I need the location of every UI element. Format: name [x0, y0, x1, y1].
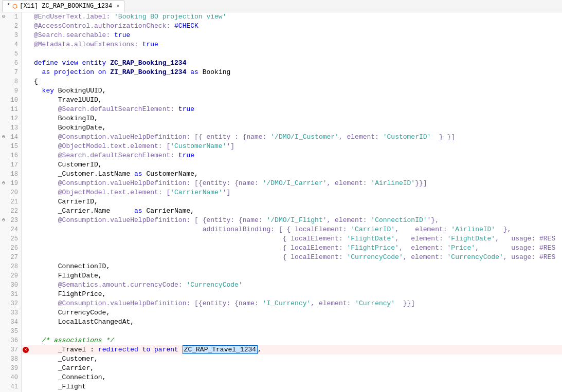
plain-segment: CurrencyCode, [34, 309, 110, 316]
code-line: 41 _Flight [0, 382, 562, 391]
error-indicator [22, 253, 30, 262]
annotation-segment: @Search.defaultSearchElement: [34, 105, 178, 113]
line-number: 38 [7, 354, 18, 364]
annotation-segment: , usage: #RES [495, 235, 555, 242]
code-line: 3@Search.searchable: true [0, 31, 562, 40]
annotation-segment: '] [226, 142, 234, 150]
string-segment: 'FlightDate' [447, 235, 496, 242]
code-line: 39 _Carrier, [0, 364, 562, 373]
annotation-segment: @Consumption.valueHelpDefinition: [ {ent… [34, 216, 266, 224]
code-content: define view entity ZC_RAP_Booking_1234 [30, 59, 562, 68]
error-indicator [22, 299, 30, 308]
code-content: key BookingUUID, [30, 86, 562, 96]
error-indicator [22, 86, 30, 96]
keyword-segment: redirected to parent [98, 346, 183, 353]
code-line: 15 @ObjectModel.text.element: ['Customer… [0, 142, 562, 151]
code-line: 5 [0, 49, 562, 59]
code-content: CurrencyCode, [30, 308, 562, 318]
line-gutter: 8 [0, 77, 22, 86]
plain-segment: Booking [203, 68, 231, 76]
line-gutter: 41 [0, 382, 22, 391]
annotation-segment: @ObjectModel.text.element: [ [34, 142, 170, 150]
line-gutter: 27 [0, 253, 22, 262]
code-content: @Semantics.amount.currencyCode: 'Currenc… [30, 281, 562, 290]
code-content: FlightPrice, [30, 290, 562, 299]
line-number: 11 [7, 105, 18, 114]
error-indicator [22, 197, 30, 207]
line-gutter: 37 [0, 345, 22, 354]
code-line: 32 @Consumption.valueHelpDefinition: [{e… [0, 299, 562, 308]
annotation-segment: , element: [399, 244, 447, 252]
annotation-segment: '}, [427, 216, 439, 224]
annotation-segment: , element: [395, 235, 447, 242]
line-gutter: 10 [0, 96, 22, 105]
annotation-segment: , usage: #RES [503, 253, 555, 261]
string-segment: 'AirlineID' [371, 179, 415, 187]
code-content: CustomerID, [30, 160, 562, 170]
code-content: BookingID, [30, 114, 562, 123]
plain-segment: _Connection, [34, 374, 106, 381]
hash-segment: #CHECK [174, 22, 198, 30]
line-number: 14 [7, 133, 18, 142]
tab-close-button[interactable]: × [116, 3, 120, 9]
code-line: 10 TravelUUID, [0, 96, 562, 105]
code-line: ⊖14 @Consumption.valueHelpDefinition: [{… [0, 133, 562, 142]
fold-indicator[interactable]: ⊖ [1, 179, 7, 188]
code-content: _Carrier.Name as CarrierName, [30, 207, 562, 216]
error-indicator [22, 40, 30, 49]
error-indicator [22, 160, 30, 170]
line-number: 29 [7, 271, 18, 281]
line-gutter: 4 [0, 40, 22, 49]
code-content: _Travel : redirected to parent ZC_RAP_Tr… [30, 345, 562, 354]
error-indicator [22, 382, 30, 391]
line-number: 9 [7, 86, 18, 96]
line-number: 20 [7, 188, 18, 197]
keyword-segment: key [34, 87, 58, 95]
code-content: CarrierID, [30, 197, 562, 207]
comment-segment: /* associations */ [34, 337, 114, 344]
error-indicator [22, 290, 30, 299]
fold-indicator[interactable]: ⊖ [1, 216, 7, 225]
code-content: _Connection, [30, 373, 562, 382]
line-gutter: 28 [0, 262, 22, 271]
error-indicator [22, 373, 30, 382]
tab-item[interactable]: * ⬡ [X11] ZC_RAP_BOOKING_1234 × [2, 1, 124, 12]
line-number: 2 [7, 22, 18, 31]
error-indicator [22, 354, 30, 364]
keyword-segment: true [178, 152, 194, 159]
code-line: 7 as projection on ZI_RAP_Booking_1234 a… [0, 68, 562, 77]
error-indicator [22, 170, 30, 179]
code-line: 30 @Semantics.amount.currencyCode: 'Curr… [0, 281, 562, 290]
fold-indicator[interactable]: ⊖ [1, 133, 7, 142]
line-gutter: 9 [0, 86, 22, 96]
code-line: ⊖1@EndUserText.label: 'Booking BO projec… [0, 12, 562, 22]
code-line: 33 CurrencyCode, [0, 308, 562, 318]
code-content: LocalLastChangedAt, [30, 318, 562, 327]
code-content: @Consumption.valueHelpDefinition: [{ ent… [30, 133, 562, 142]
string-segment: 'CustomerID' [383, 133, 431, 141]
code-content: @Metadata.allowExtensions: true [30, 40, 562, 49]
string-segment: 'Price' [447, 244, 476, 252]
annotation-segment: @Consumption.valueHelpDefinition: [{enti… [34, 179, 263, 187]
plain-segment: BookingDate, [34, 124, 106, 132]
annotation-segment: { localElement: [34, 235, 347, 242]
code-content: _Carrier, [30, 364, 562, 373]
line-number: 23 [7, 216, 18, 225]
code-content: /* associations */ [30, 336, 562, 345]
annotation-segment: }, [495, 226, 511, 233]
annotation-segment: , element: [311, 300, 355, 307]
code-line: 21 CarrierID, [0, 197, 562, 207]
string-segment: 'CarrierID' [351, 226, 395, 233]
code-line: 18 _Customer.LastName as CustomerName, [0, 170, 562, 179]
code-content: @Search.defaultSearchElement: true [30, 151, 562, 160]
annotation-segment: '] [223, 189, 231, 196]
error-indicator [22, 96, 30, 105]
line-number: 18 [7, 170, 18, 179]
annotation-segment: @ObjectModel.text.element: [ [34, 189, 170, 196]
line-number: 28 [7, 262, 18, 271]
code-content: @Consumption.valueHelpDefinition: [{enti… [30, 179, 562, 188]
error-indicator [22, 318, 30, 327]
line-gutter: 15 [0, 142, 22, 151]
entity-segment: ZI_RAP_Booking_1234 [110, 68, 186, 76]
fold-indicator[interactable]: ⊖ [1, 12, 7, 22]
